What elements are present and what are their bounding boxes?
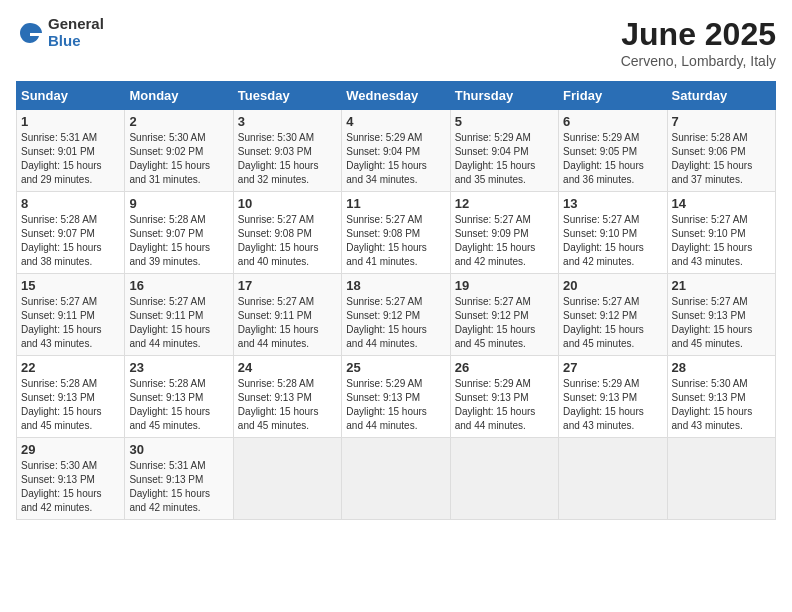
day-detail: Sunrise: 5:27 AMSunset: 9:10 PMDaylight:…	[672, 213, 771, 269]
header-wednesday: Wednesday	[342, 82, 450, 110]
day-number: 5	[455, 114, 554, 129]
day-cell: 17Sunrise: 5:27 AMSunset: 9:11 PMDayligh…	[233, 274, 341, 356]
header-thursday: Thursday	[450, 82, 558, 110]
day-cell: 1Sunrise: 5:31 AMSunset: 9:01 PMDaylight…	[17, 110, 125, 192]
day-number: 2	[129, 114, 228, 129]
day-detail: Sunrise: 5:28 AMSunset: 9:07 PMDaylight:…	[129, 213, 228, 269]
calendar-week-row: 22Sunrise: 5:28 AMSunset: 9:13 PMDayligh…	[17, 356, 776, 438]
day-cell: 14Sunrise: 5:27 AMSunset: 9:10 PMDayligh…	[667, 192, 775, 274]
day-cell: 12Sunrise: 5:27 AMSunset: 9:09 PMDayligh…	[450, 192, 558, 274]
day-number: 8	[21, 196, 120, 211]
day-cell: 9Sunrise: 5:28 AMSunset: 9:07 PMDaylight…	[125, 192, 233, 274]
calendar-table: SundayMondayTuesdayWednesdayThursdayFrid…	[16, 81, 776, 520]
day-number: 4	[346, 114, 445, 129]
page-header: General Blue June 2025 Cerveno, Lombardy…	[16, 16, 776, 69]
calendar-week-row: 29Sunrise: 5:30 AMSunset: 9:13 PMDayligh…	[17, 438, 776, 520]
day-number: 26	[455, 360, 554, 375]
day-detail: Sunrise: 5:30 AMSunset: 9:02 PMDaylight:…	[129, 131, 228, 187]
day-detail: Sunrise: 5:29 AMSunset: 9:13 PMDaylight:…	[455, 377, 554, 433]
day-detail: Sunrise: 5:27 AMSunset: 9:10 PMDaylight:…	[563, 213, 662, 269]
day-number: 28	[672, 360, 771, 375]
day-detail: Sunrise: 5:28 AMSunset: 9:06 PMDaylight:…	[672, 131, 771, 187]
day-number: 21	[672, 278, 771, 293]
day-detail: Sunrise: 5:28 AMSunset: 9:07 PMDaylight:…	[21, 213, 120, 269]
logo-general: General	[48, 16, 104, 33]
day-cell: 21Sunrise: 5:27 AMSunset: 9:13 PMDayligh…	[667, 274, 775, 356]
day-cell: 13Sunrise: 5:27 AMSunset: 9:10 PMDayligh…	[559, 192, 667, 274]
day-cell: 20Sunrise: 5:27 AMSunset: 9:12 PMDayligh…	[559, 274, 667, 356]
day-detail: Sunrise: 5:27 AMSunset: 9:12 PMDaylight:…	[346, 295, 445, 351]
day-cell: 15Sunrise: 5:27 AMSunset: 9:11 PMDayligh…	[17, 274, 125, 356]
day-number: 20	[563, 278, 662, 293]
month-title: June 2025	[621, 16, 776, 53]
day-cell: 7Sunrise: 5:28 AMSunset: 9:06 PMDaylight…	[667, 110, 775, 192]
day-cell: 4Sunrise: 5:29 AMSunset: 9:04 PMDaylight…	[342, 110, 450, 192]
header-saturday: Saturday	[667, 82, 775, 110]
day-number: 13	[563, 196, 662, 211]
day-cell: 3Sunrise: 5:30 AMSunset: 9:03 PMDaylight…	[233, 110, 341, 192]
day-detail: Sunrise: 5:31 AMSunset: 9:01 PMDaylight:…	[21, 131, 120, 187]
day-detail: Sunrise: 5:31 AMSunset: 9:13 PMDaylight:…	[129, 459, 228, 515]
day-number: 16	[129, 278, 228, 293]
logo-blue: Blue	[48, 33, 104, 50]
day-detail: Sunrise: 5:29 AMSunset: 9:13 PMDaylight:…	[346, 377, 445, 433]
day-detail: Sunrise: 5:30 AMSunset: 9:13 PMDaylight:…	[672, 377, 771, 433]
day-cell: 6Sunrise: 5:29 AMSunset: 9:05 PMDaylight…	[559, 110, 667, 192]
day-cell: 28Sunrise: 5:30 AMSunset: 9:13 PMDayligh…	[667, 356, 775, 438]
logo: General Blue	[16, 16, 104, 49]
day-number: 11	[346, 196, 445, 211]
day-number: 17	[238, 278, 337, 293]
day-cell: 25Sunrise: 5:29 AMSunset: 9:13 PMDayligh…	[342, 356, 450, 438]
day-number: 29	[21, 442, 120, 457]
day-number: 1	[21, 114, 120, 129]
day-cell: 30Sunrise: 5:31 AMSunset: 9:13 PMDayligh…	[125, 438, 233, 520]
day-cell: 22Sunrise: 5:28 AMSunset: 9:13 PMDayligh…	[17, 356, 125, 438]
day-number: 30	[129, 442, 228, 457]
day-detail: Sunrise: 5:27 AMSunset: 9:08 PMDaylight:…	[346, 213, 445, 269]
day-cell: 11Sunrise: 5:27 AMSunset: 9:08 PMDayligh…	[342, 192, 450, 274]
day-number: 23	[129, 360, 228, 375]
header-sunday: Sunday	[17, 82, 125, 110]
header-monday: Monday	[125, 82, 233, 110]
day-number: 7	[672, 114, 771, 129]
day-detail: Sunrise: 5:27 AMSunset: 9:11 PMDaylight:…	[238, 295, 337, 351]
day-detail: Sunrise: 5:27 AMSunset: 9:11 PMDaylight:…	[129, 295, 228, 351]
empty-cell	[342, 438, 450, 520]
day-cell: 27Sunrise: 5:29 AMSunset: 9:13 PMDayligh…	[559, 356, 667, 438]
header-friday: Friday	[559, 82, 667, 110]
day-detail: Sunrise: 5:30 AMSunset: 9:13 PMDaylight:…	[21, 459, 120, 515]
logo-text: General Blue	[48, 16, 104, 49]
day-number: 9	[129, 196, 228, 211]
day-cell: 24Sunrise: 5:28 AMSunset: 9:13 PMDayligh…	[233, 356, 341, 438]
empty-cell	[559, 438, 667, 520]
day-number: 24	[238, 360, 337, 375]
day-number: 14	[672, 196, 771, 211]
day-number: 3	[238, 114, 337, 129]
day-number: 10	[238, 196, 337, 211]
day-number: 6	[563, 114, 662, 129]
day-number: 22	[21, 360, 120, 375]
location: Cerveno, Lombardy, Italy	[621, 53, 776, 69]
day-detail: Sunrise: 5:28 AMSunset: 9:13 PMDaylight:…	[238, 377, 337, 433]
day-cell: 23Sunrise: 5:28 AMSunset: 9:13 PMDayligh…	[125, 356, 233, 438]
calendar-header-row: SundayMondayTuesdayWednesdayThursdayFrid…	[17, 82, 776, 110]
day-cell: 5Sunrise: 5:29 AMSunset: 9:04 PMDaylight…	[450, 110, 558, 192]
day-cell: 19Sunrise: 5:27 AMSunset: 9:12 PMDayligh…	[450, 274, 558, 356]
empty-cell	[450, 438, 558, 520]
day-detail: Sunrise: 5:27 AMSunset: 9:09 PMDaylight:…	[455, 213, 554, 269]
day-cell: 26Sunrise: 5:29 AMSunset: 9:13 PMDayligh…	[450, 356, 558, 438]
day-number: 27	[563, 360, 662, 375]
empty-cell	[233, 438, 341, 520]
day-detail: Sunrise: 5:27 AMSunset: 9:13 PMDaylight:…	[672, 295, 771, 351]
day-detail: Sunrise: 5:30 AMSunset: 9:03 PMDaylight:…	[238, 131, 337, 187]
day-number: 18	[346, 278, 445, 293]
day-number: 25	[346, 360, 445, 375]
day-detail: Sunrise: 5:29 AMSunset: 9:04 PMDaylight:…	[455, 131, 554, 187]
day-detail: Sunrise: 5:29 AMSunset: 9:13 PMDaylight:…	[563, 377, 662, 433]
day-number: 15	[21, 278, 120, 293]
empty-cell	[667, 438, 775, 520]
day-number: 19	[455, 278, 554, 293]
calendar-week-row: 1Sunrise: 5:31 AMSunset: 9:01 PMDaylight…	[17, 110, 776, 192]
day-cell: 2Sunrise: 5:30 AMSunset: 9:02 PMDaylight…	[125, 110, 233, 192]
logo-icon	[16, 19, 44, 47]
